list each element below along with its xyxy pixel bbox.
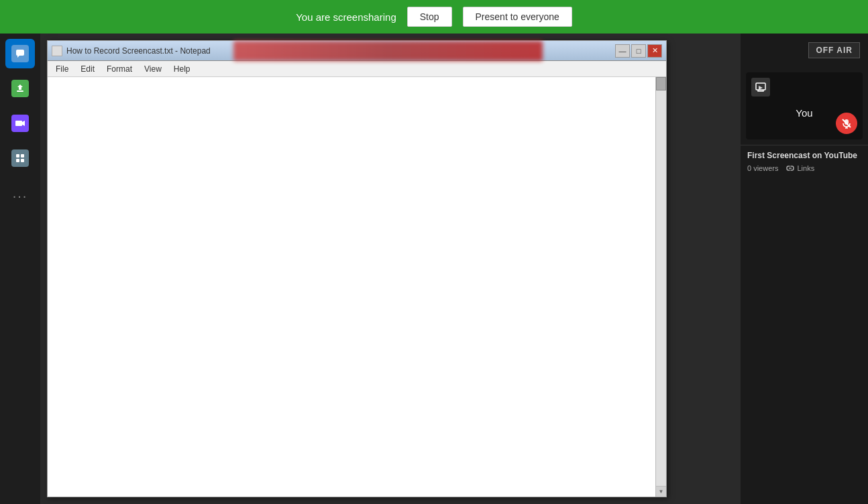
sidebar-item-more[interactable]: ...: [5, 178, 35, 208]
notepad-content[interactable]: ▼: [48, 77, 666, 497]
off-air-bar: OFF AIR: [741, 34, 868, 67]
links-label: Links: [797, 164, 814, 172]
notepad-menubar: File Edit Format View Help: [48, 61, 666, 77]
svg-rect-3: [15, 121, 22, 126]
center-area: How to Record Screencast.txt - Notepad —…: [40, 34, 741, 504]
menu-format[interactable]: Format: [101, 63, 138, 75]
stop-button[interactable]: Stop: [407, 7, 452, 27]
sidebar-item-share[interactable]: [5, 74, 35, 103]
screenshare-bar: You are screensharing Stop Present to ev…: [0, 0, 868, 34]
svg-rect-7: [16, 159, 19, 162]
maximize-button[interactable]: □: [631, 44, 646, 58]
video-thumbnail: You: [746, 72, 863, 139]
screenshare-message: You are screensharing: [296, 11, 396, 23]
main-area: ... How to Record Screencast.txt - Notep…: [0, 34, 868, 504]
you-label: You: [796, 107, 812, 119]
sidebar-item-chat[interactable]: [5, 39, 35, 68]
more-icon: ...: [13, 186, 28, 201]
right-panel-content: You First Screencast on YouTube 0 viewer…: [741, 67, 868, 504]
notepad-file-icon: [52, 46, 62, 56]
minimize-button[interactable]: —: [615, 44, 630, 58]
sidebar: ...: [0, 34, 40, 504]
redacted-titlebar-content: [233, 41, 543, 61]
share-icon: [11, 80, 29, 97]
menu-view[interactable]: View: [139, 63, 167, 75]
mute-button[interactable]: [836, 113, 857, 134]
svg-marker-4: [22, 121, 25, 126]
svg-rect-6: [21, 154, 24, 158]
scrollbar-bottom[interactable]: ▼: [656, 486, 666, 497]
sidebar-item-video[interactable]: [5, 109, 35, 138]
menu-help[interactable]: Help: [168, 63, 196, 75]
svg-rect-2: [17, 90, 23, 92]
scrollbar-thumb[interactable]: [656, 77, 666, 90]
menu-edit[interactable]: Edit: [75, 63, 100, 75]
links-button[interactable]: Links: [786, 164, 814, 172]
close-button[interactable]: ✕: [647, 44, 662, 58]
svg-marker-1: [17, 56, 19, 58]
grid-icon: [11, 149, 29, 167]
present-button[interactable]: Present to everyone: [463, 7, 572, 27]
chat-icon: [11, 45, 29, 62]
stream-title: First Screencast on YouTube: [747, 151, 861, 160]
screen-share-thumb-icon: [751, 78, 770, 97]
notepad-scrollbar[interactable]: ▼: [655, 77, 666, 497]
links-icon: [786, 164, 794, 172]
notepad-window[interactable]: How to Record Screencast.txt - Notepad —…: [47, 40, 667, 497]
svg-marker-10: [759, 86, 763, 90]
sidebar-item-grid[interactable]: [5, 143, 35, 173]
svg-rect-0: [16, 50, 24, 56]
viewers-count: 0 viewers: [747, 164, 778, 172]
notepad-titlebar: How to Record Screencast.txt - Notepad —…: [48, 41, 666, 61]
menu-file[interactable]: File: [50, 63, 74, 75]
bottom-info: First Screencast on YouTube 0 viewers Li…: [741, 145, 868, 175]
video-icon: [11, 115, 29, 132]
svg-rect-8: [21, 159, 24, 162]
stream-stats: 0 viewers Links: [747, 164, 861, 172]
notepad-controls: — □ ✕: [615, 44, 662, 58]
off-air-badge: OFF AIR: [808, 42, 860, 58]
svg-rect-5: [16, 154, 19, 158]
microphone-muted-icon: [841, 118, 852, 129]
right-panel: OFF AIR You: [741, 34, 868, 504]
